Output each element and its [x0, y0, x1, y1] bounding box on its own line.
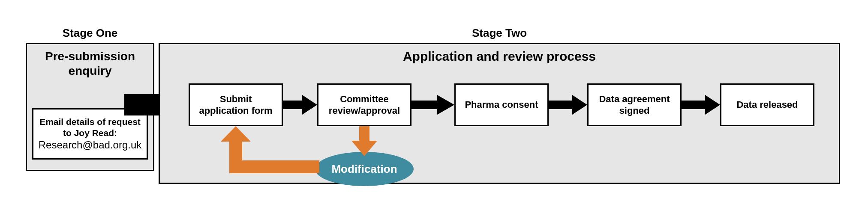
arrow-committee-to-pharma: [411, 95, 454, 115]
svg-marker-2: [411, 95, 454, 115]
arrow-submit-to-committee: [283, 95, 317, 115]
step-committee: Committee review/approval: [317, 83, 411, 126]
svg-marker-4: [682, 95, 720, 115]
step-pharma: Pharma consent: [454, 83, 549, 126]
process-diagram: Stage One Stage Two Pre-submission enqui…: [0, 0, 868, 222]
arrow-committee-to-modification: [351, 126, 377, 156]
stage-two-label: Stage Two: [159, 27, 840, 40]
email-line2: to Joy Read:: [63, 127, 117, 139]
modification-node: Modification: [315, 152, 414, 186]
svg-marker-6: [221, 126, 319, 173]
stage-one-title: Pre-submission enquiry: [27, 49, 153, 78]
svg-marker-1: [283, 95, 317, 115]
step-submit: Submit application form: [189, 83, 283, 126]
step-released: Data released: [720, 83, 814, 126]
arrow-modification-to-submit: [221, 126, 319, 175]
stage-two-title: Application and review process: [160, 49, 839, 64]
arrow-pharma-to-agreement: [549, 95, 587, 115]
arrow-agreement-to-released: [682, 95, 720, 115]
stage-one-label: Stage One: [26, 27, 154, 40]
svg-marker-5: [351, 126, 377, 156]
step-agreement: Data agreement signed: [587, 83, 682, 126]
svg-marker-3: [549, 95, 587, 115]
email-address: Research@bad.org.uk: [39, 139, 142, 151]
